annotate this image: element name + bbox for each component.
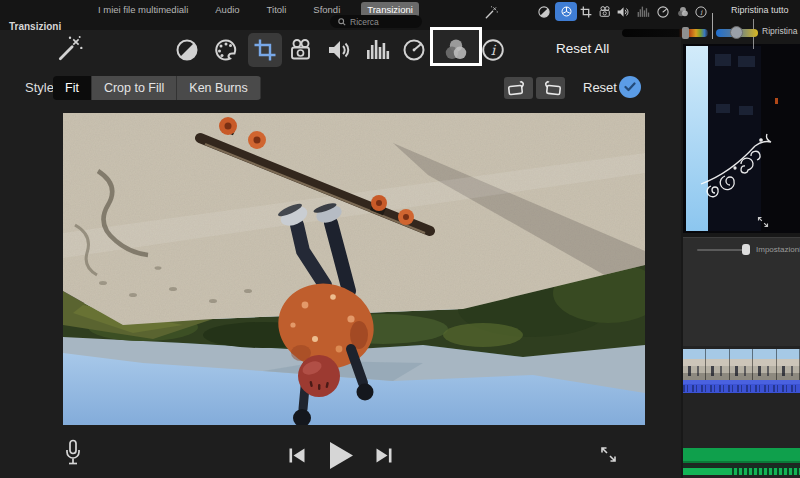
color-wheel-icon [560, 5, 573, 18]
title-flourish-overlay [695, 120, 780, 205]
skip-back-icon[interactable] [289, 448, 305, 463]
clip-frame [706, 349, 729, 380]
color-wheel-selected-pill[interactable] [555, 2, 577, 21]
noise-reduction-eq-icon[interactable] [364, 37, 390, 63]
style-segmented-control: Fit Crop to Fill Ken Burns [53, 76, 261, 100]
settings-label[interactable]: Impostazioni [756, 245, 800, 254]
clip-filter-icon[interactable] [442, 36, 470, 64]
speed-icon-mini[interactable] [656, 5, 670, 19]
mini-adjust-toolbar: i Ripristina tutto [0, 0, 800, 25]
rotate-clockwise-button[interactable] [536, 77, 565, 99]
volume-icon[interactable] [326, 37, 352, 63]
timeline-settings-bar: Impostazioni [683, 237, 800, 261]
viewer-preview [683, 44, 800, 233]
skip-forward-icon[interactable] [376, 448, 392, 463]
rotate-counterclockwise-button[interactable] [504, 77, 533, 99]
rotate-ccw-icon [507, 80, 530, 96]
clip-size-slider-thumb[interactable] [742, 244, 750, 255]
microphone-icon[interactable] [64, 439, 82, 467]
timeline-empty-area [683, 261, 800, 346]
clip-frame [683, 349, 706, 380]
clip-frame [777, 349, 800, 380]
adjust-inspector-overlay: i Reset All Style: Fit Crop to Fill Ken … [0, 30, 681, 478]
clip-viewer[interactable] [63, 113, 645, 425]
stabilization-icon-mini[interactable] [598, 5, 612, 19]
svg-text:i: i [491, 42, 497, 58]
crop-icon-mini[interactable] [579, 5, 593, 19]
video-clip-filmstrip[interactable] [683, 349, 800, 380]
enhance-wand-icon[interactable] [56, 35, 84, 63]
track-divider [683, 465, 800, 467]
preview-detail [775, 98, 778, 104]
play-icon[interactable] [330, 442, 353, 469]
imovie-window: I miei file multimediali Audio Titoli Sf… [0, 0, 800, 478]
svg-text:i: i [700, 9, 703, 17]
skateboarder-photo-upside-down [63, 113, 645, 425]
info-icon-mini[interactable]: i [694, 5, 708, 19]
shadow-highlight-slider[interactable] [622, 29, 708, 37]
style-option-fit[interactable]: Fit [53, 76, 92, 100]
project-timeline[interactable] [683, 346, 800, 478]
style-option-crop-to-fill[interactable]: Crop to Fill [92, 76, 177, 100]
clip-size-slider[interactable] [697, 249, 745, 251]
music-waveform-track[interactable] [683, 468, 800, 475]
waveform-marks [732, 468, 800, 475]
waveform-bars [683, 385, 800, 392]
speed-gauge-icon[interactable] [401, 37, 427, 63]
color-correction-palette-icon[interactable] [213, 37, 239, 63]
color-balance-icon[interactable] [537, 5, 551, 19]
checkmark-icon [624, 82, 636, 92]
reset-all-italian-label[interactable]: Ripristina tutto [731, 5, 789, 15]
info-icon[interactable]: i [480, 37, 506, 63]
reset-all-label[interactable]: Reset All [556, 41, 609, 56]
noise-reduction-icon-mini[interactable] [636, 5, 650, 19]
style-option-ken-burns[interactable]: Ken Burns [177, 76, 260, 100]
app-top-bar: I miei file multimediali Audio Titoli Sf… [0, 0, 800, 30]
slider-tick [712, 13, 713, 39]
temperature-slider-handle[interactable] [730, 26, 743, 39]
background-music-track[interactable] [683, 448, 800, 463]
enhance-wand-icon[interactable] [484, 5, 499, 20]
color-balance-icon[interactable] [174, 37, 200, 63]
expand-preview-icon[interactable] [757, 216, 769, 228]
reset-label[interactable]: Reset [583, 80, 617, 95]
clip-frame [730, 349, 753, 380]
crop-icon[interactable] [252, 37, 278, 63]
shadow-slider-handle[interactable] [682, 27, 689, 39]
rotate-cw-icon [539, 80, 562, 96]
clip-filter-icon-mini[interactable] [676, 5, 690, 19]
stabilization-camera-icon[interactable] [288, 37, 314, 63]
clip-audio-waveform[interactable] [683, 380, 800, 393]
clip-frame [753, 349, 776, 380]
fullscreen-icon[interactable] [600, 446, 617, 463]
apply-check-button[interactable] [619, 76, 641, 98]
ripristina-label[interactable]: Ripristina [762, 26, 797, 36]
volume-icon-mini[interactable] [616, 5, 630, 19]
